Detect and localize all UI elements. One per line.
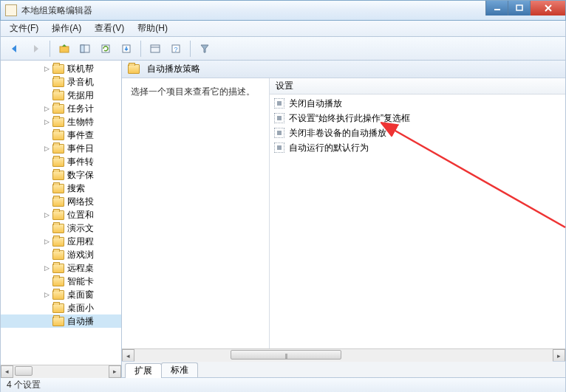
expander-icon[interactable]: ▷ (44, 292, 50, 298)
export-button[interactable] (117, 40, 136, 58)
policy-icon (274, 98, 284, 109)
policy-icon (274, 113, 284, 123)
toolbar: ? (0, 37, 566, 61)
column-header-setting[interactable]: 设置 (270, 78, 565, 94)
pane-header: 自动播放策略 (122, 61, 565, 78)
forward-button[interactable] (26, 40, 45, 58)
tree-item[interactable]: 网络投 (1, 195, 121, 208)
statusbar: 4 个设置 (0, 378, 566, 392)
expander-icon[interactable]: ▷ (44, 265, 50, 272)
folder-icon (52, 277, 64, 286)
folder-icon (52, 197, 64, 207)
tree-item-label: 演示文 (67, 222, 94, 235)
folder-icon (52, 171, 64, 180)
tree-item[interactable]: ▷位置和 (1, 208, 121, 221)
folder-icon (52, 64, 64, 74)
menu-view[interactable]: 查看(V) (89, 21, 130, 36)
tree-item[interactable]: 游戏浏 (1, 248, 121, 261)
hscroll-thumb[interactable] (231, 350, 341, 360)
hscroll-right-button[interactable]: ▸ (109, 365, 121, 378)
svg-text:?: ? (174, 46, 177, 53)
tree-item[interactable]: ▷应用程 (1, 235, 121, 248)
folder-icon (52, 104, 64, 114)
refresh-button[interactable] (96, 40, 115, 58)
folder-icon (52, 237, 64, 247)
tree-item[interactable]: 数字保 (1, 168, 121, 182)
setting-item[interactable]: 自动运行的默认行为 (270, 140, 565, 155)
tree-item[interactable]: 演示文 (1, 221, 121, 235)
up-button[interactable] (55, 40, 74, 58)
tree-item[interactable]: ▷联机帮 (1, 62, 121, 75)
expander-icon[interactable]: ▷ (44, 238, 50, 245)
tree-item[interactable]: 搜索 (1, 182, 121, 195)
expander-icon[interactable]: ▷ (44, 119, 50, 125)
window-controls (485, 1, 565, 16)
separator (190, 41, 191, 57)
expander-icon[interactable]: ▷ (44, 145, 50, 152)
folder-icon (52, 78, 64, 87)
properties-button[interactable] (146, 40, 165, 58)
hscroll-left-button[interactable]: ◂ (1, 365, 13, 378)
svg-rect-9 (151, 45, 160, 52)
setting-item[interactable]: 关闭自动播放 (270, 96, 565, 111)
hscroll-thumb[interactable] (15, 366, 33, 376)
tree-item-label: 智能卡 (67, 275, 94, 288)
minimize-button[interactable] (485, 1, 508, 16)
expander-icon[interactable]: ▷ (44, 66, 50, 72)
tree-item[interactable]: 事件转 (1, 155, 121, 168)
tree-item[interactable]: ▷桌面窗 (1, 288, 121, 301)
tree-item[interactable]: 凭据用 (1, 89, 121, 102)
tree-scroll[interactable]: ▷联机帮录音机凭据用▷任务计▷生物特事件查▷事件日事件转数字保搜索网络投▷位置和… (1, 61, 121, 365)
expander-icon[interactable]: ▷ (44, 212, 50, 219)
folder-icon (52, 131, 64, 140)
tree-item-label: 事件转 (67, 156, 94, 168)
column-header-label: 设置 (276, 80, 293, 92)
tree-item-label: 事件日 (67, 142, 94, 155)
tab-standard[interactable]: 标准 (161, 362, 198, 377)
tree-item[interactable]: ▷事件日 (1, 142, 121, 155)
folder-icon (52, 184, 64, 193)
menu-file[interactable]: 文件(F) (4, 21, 44, 36)
hscroll-track[interactable] (13, 365, 109, 378)
folder-icon (52, 250, 64, 260)
folder-icon (52, 210, 64, 220)
setting-label: 关闭非卷设备的自动播放 (289, 127, 386, 140)
description-column: 选择一个项目来查看它的描述。 (122, 78, 270, 348)
tree-item-label: 自动播 (67, 315, 94, 328)
show-console-button[interactable] (75, 40, 95, 58)
tree-item-label: 任务计 (67, 103, 94, 115)
separator (50, 41, 50, 57)
maximize-button[interactable] (508, 1, 530, 16)
tree-item-label: 网络投 (67, 196, 94, 208)
hscroll-track[interactable] (134, 349, 553, 362)
tree-item[interactable]: ▷任务计 (1, 102, 121, 115)
tree-item-label: 生物特 (67, 116, 94, 128)
expander-icon[interactable]: ▷ (44, 106, 50, 112)
folder-icon (52, 117, 64, 127)
tree-item[interactable]: 事件查 (1, 128, 121, 142)
close-button[interactable] (530, 1, 565, 16)
folder-icon (52, 317, 64, 326)
help-button[interactable]: ? (166, 40, 185, 58)
menu-action[interactable]: 操作(A) (46, 21, 87, 36)
setting-item[interactable]: 不设置“始终执行此操作”复选框 (270, 111, 565, 125)
hscroll-left-button[interactable]: ◂ (122, 349, 134, 362)
back-button[interactable] (5, 40, 24, 58)
tree-hscrollbar: ◂ ▸ (1, 365, 121, 377)
tree-item[interactable]: 智能卡 (1, 275, 121, 288)
settings-column: 设置 关闭自动播放不设置“始终执行此操作”复选框关闭非卷设备的自动播放自动运行的… (270, 78, 565, 348)
tree-item-label: 远程桌 (67, 262, 94, 275)
tree-item[interactable]: 桌面小 (1, 301, 121, 314)
tree-item[interactable]: ▷远程桌 (1, 261, 121, 275)
setting-item[interactable]: 关闭非卷设备的自动播放 (270, 125, 565, 140)
menu-help[interactable]: 帮助(H) (132, 21, 174, 36)
tree-item[interactable]: 录音机 (1, 75, 121, 89)
details-pane: 自动播放策略 选择一个项目来查看它的描述。 设置 关闭自动播放不设置“始终执行此… (122, 61, 565, 377)
tree-item-label: 应用程 (67, 235, 94, 248)
tab-extended[interactable]: 扩展 (125, 363, 162, 378)
tree-item[interactable]: ▷生物特 (1, 115, 121, 128)
menubar: 文件(F) 操作(A) 查看(V) 帮助(H) (0, 21, 566, 37)
tree-item[interactable]: 自动播 (1, 314, 121, 328)
filter-button[interactable] (195, 40, 214, 58)
hscroll-right-button[interactable]: ▸ (553, 349, 565, 362)
